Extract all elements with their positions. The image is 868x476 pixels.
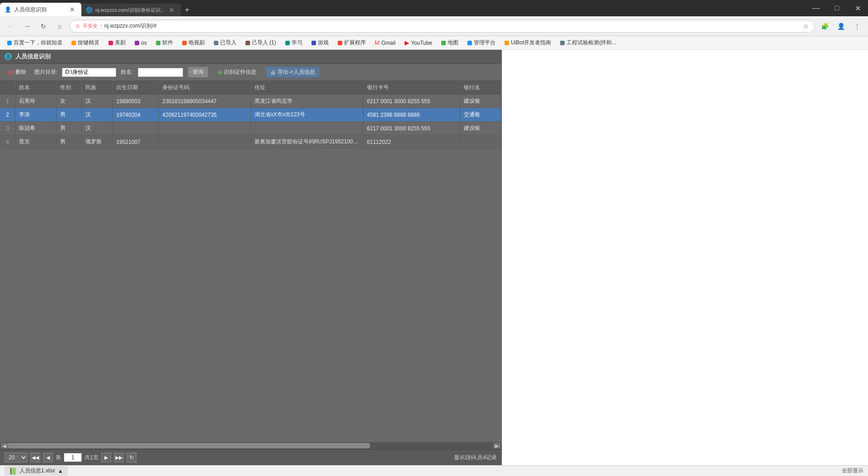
- table-row[interactable]: 3陈冠希男汉6217 0001 3000 8255 555建设银: [0, 122, 501, 135]
- bookmark-anjian[interactable]: 按键精灵: [68, 38, 103, 48]
- admin-icon: [467, 41, 472, 45]
- file-icon: 📗: [9, 467, 17, 475]
- scroll-left-arrow[interactable]: ◀: [1, 443, 8, 448]
- row-gender: 男: [56, 122, 82, 135]
- table-row[interactable]: 2李涛男汉19740204420621197402042735湖北省xX市x街1…: [0, 108, 501, 122]
- page-size-select[interactable]: 20 10 50 100: [5, 452, 28, 462]
- col-header-ethnicity: 民族: [82, 81, 113, 95]
- extensions-button[interactable]: 🧩: [818, 20, 831, 33]
- bookmark-imported[interactable]: 已导入: [210, 38, 240, 48]
- delete-label: 删除: [15, 68, 26, 76]
- table-row[interactable]: 1石美玲女汉19890503230183198905034447黑龙江省尚志市6…: [0, 95, 501, 108]
- dir-input[interactable]: [62, 68, 116, 77]
- bookmark-extensions[interactable]: 扩展程序: [334, 38, 369, 48]
- tab-close-inactive[interactable]: ✕: [167, 5, 176, 14]
- status-right: 全部显示: [842, 467, 863, 475]
- bookmark-imported2-label: 己导入 (1): [252, 39, 276, 47]
- youtube-icon: ▶: [405, 39, 409, 46]
- home-button[interactable]: ⌂: [53, 20, 66, 33]
- delete-button[interactable]: ⊟ 删除: [5, 67, 30, 77]
- bookmark-test[interactable]: 工程试验检测(拌和...: [557, 38, 620, 48]
- row-bankcard: 61112022: [363, 135, 460, 149]
- study-icon: [285, 41, 290, 45]
- name-input[interactable]: [138, 68, 183, 77]
- tab-active[interactable]: 👤 人员信息识别 ✕: [0, 3, 81, 16]
- anjian-icon: [71, 41, 76, 45]
- bookmark-software-label: 软件: [162, 39, 173, 47]
- bookmark-gmail[interactable]: M Gmail: [371, 38, 399, 48]
- row-idnum: 230183198905034447: [159, 95, 251, 108]
- close-button[interactable]: ✕: [847, 0, 868, 16]
- export-btn-label: 导出->人员信息: [278, 68, 315, 76]
- address-bar: ← → ↻ ⌂ ⚠ 不安全 | nj.wzpzzx.com/识别/# ☆ 🧩 👤…: [0, 16, 868, 36]
- table-container: 姓名 性别 民族 出生日期 身份证号码 住址 银行卡号 银行名 1石美: [0, 81, 501, 442]
- scroll-right-arrow[interactable]: ▶: [493, 443, 500, 448]
- imported2-icon: [245, 41, 250, 45]
- minimize-button[interactable]: —: [806, 0, 826, 16]
- col-header-bankname: 银行名: [460, 81, 501, 95]
- security-label: 不安全: [83, 23, 98, 29]
- meiju-icon: [108, 41, 113, 45]
- bookmark-star-icon[interactable]: ☆: [803, 23, 809, 30]
- bookmark-youtube[interactable]: ▶ YouTube: [401, 38, 436, 48]
- tab-inactive[interactable]: 🌐 nj.wzpzzx.com/识别/身份证识... ✕: [81, 4, 181, 16]
- bookmark-meiju[interactable]: 美剧: [105, 38, 129, 48]
- main-content: 👤 人员信息识别 ⊟ 删除 图片目录: 姓名: 查询 ⊕ 识别证件信息: [0, 50, 868, 465]
- col-header-gender: 性别: [56, 81, 82, 95]
- row-gender: 男: [56, 108, 82, 122]
- horizontal-scrollbar[interactable]: ◀ ▶: [0, 442, 501, 449]
- table-row[interactable]: 4普京男俄罗斯19521007新奥加廖沃官邸份证号码RUSPJ195210070…: [0, 135, 501, 149]
- app-panel: 👤 人员信息识别 ⊟ 删除 图片目录: 姓名: 查询 ⊕ 识别证件信息: [0, 50, 502, 465]
- expand-icon[interactable]: ▲: [58, 468, 63, 474]
- bookmark-os-label: os: [141, 40, 147, 46]
- forward-button[interactable]: →: [21, 20, 33, 33]
- bookmark-imported2[interactable]: 己导入 (1): [242, 38, 280, 48]
- last-page-button[interactable]: ▶▶: [114, 452, 124, 462]
- export-button[interactable]: 🖨 导出->人员信息: [265, 67, 320, 78]
- page-input[interactable]: [64, 453, 82, 462]
- col-header-bankcard: 银行卡号: [363, 81, 460, 95]
- row-gender: 男: [56, 135, 82, 149]
- col-header-name: 姓名: [15, 81, 56, 95]
- prev-page-button[interactable]: ◀: [43, 452, 53, 462]
- menu-button[interactable]: ⋮: [851, 20, 863, 33]
- row-ethnicity: 汉: [82, 108, 113, 122]
- search-button[interactable]: 查询: [188, 67, 208, 78]
- panel-header: 👤 人员信息识别: [0, 50, 501, 64]
- scroll-thumb[interactable]: [8, 443, 370, 448]
- refresh-button[interactable]: ↻: [127, 452, 137, 462]
- bookmark-software[interactable]: 软件: [152, 38, 177, 48]
- status-file[interactable]: 📗 人员信息1.xlsx ▲: [5, 466, 68, 476]
- back-button[interactable]: ←: [5, 20, 17, 33]
- software-icon: [156, 41, 160, 45]
- bookmark-admin[interactable]: 管理平台: [464, 38, 499, 48]
- id-recognition-button[interactable]: ⊕ 识别证件信息: [213, 67, 261, 77]
- bookmark-baidu[interactable]: 百度一下，你就知道: [4, 38, 66, 48]
- data-table: 姓名 性别 民族 出生日期 身份证号码 住址 银行卡号 银行名 1石美: [0, 81, 501, 149]
- panel-title: 人员信息识别: [15, 52, 51, 61]
- row-ethnicity: 汉: [82, 122, 113, 135]
- row-bankname: 建设银: [460, 122, 501, 135]
- maximize-button[interactable]: □: [826, 0, 847, 16]
- bookmark-tvshow[interactable]: 电视剧: [179, 38, 208, 48]
- test-icon: [560, 41, 565, 45]
- tab-close-active[interactable]: ✕: [68, 5, 77, 14]
- bookmark-study[interactable]: 学习: [282, 38, 306, 48]
- col-header-num: [0, 81, 15, 95]
- bookmark-uibot[interactable]: UiBot开发者指南: [501, 38, 555, 48]
- bookmark-os[interactable]: os: [131, 38, 151, 48]
- maps-icon: [441, 41, 446, 45]
- scroll-track[interactable]: [8, 443, 493, 448]
- next-page-button[interactable]: ▶: [101, 452, 111, 462]
- reload-button[interactable]: ↻: [37, 20, 50, 33]
- first-page-button[interactable]: ◀◀: [30, 452, 40, 462]
- row-idnum: 420621197402042735: [159, 108, 251, 122]
- bookmark-game[interactable]: 游戏: [308, 38, 332, 48]
- bookmark-maps[interactable]: 地图: [438, 38, 462, 48]
- profile-button[interactable]: 👤: [835, 20, 847, 33]
- address-input[interactable]: ⚠ 不安全 | nj.wzpzzx.com/识别/# ☆: [70, 20, 815, 33]
- col-header-dob: 出生日期: [113, 81, 159, 95]
- new-tab-button[interactable]: +: [181, 4, 193, 16]
- bookmark-extensions-label: 扩展程序: [344, 39, 366, 47]
- col-header-idnum: 身份证号码: [159, 81, 251, 95]
